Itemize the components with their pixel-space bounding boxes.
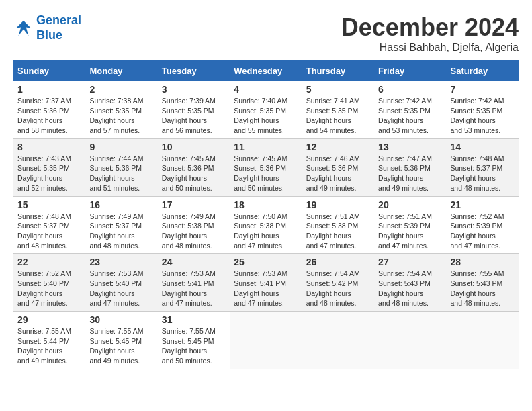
calendar-week-row: 8 Sunrise: 7:43 AM Sunset: 5:35 PM Dayli… — [13, 138, 519, 196]
day-info: Sunrise: 7:54 AM Sunset: 5:42 PM Dayligh… — [306, 269, 370, 308]
calendar-cell: 7 Sunrise: 7:42 AM Sunset: 5:35 PM Dayli… — [447, 81, 519, 138]
day-info: Sunrise: 7:49 AM Sunset: 5:38 PM Dayligh… — [162, 212, 226, 251]
calendar-cell: 14 Sunrise: 7:48 AM Sunset: 5:37 PM Dayl… — [447, 138, 519, 196]
day-number: 27 — [378, 257, 442, 267]
calendar-cell: 4 Sunrise: 7:40 AM Sunset: 5:35 PM Dayli… — [230, 81, 302, 138]
day-number: 31 — [162, 314, 226, 325]
calendar-cell: 21 Sunrise: 7:52 AM Sunset: 5:39 PM Dayl… — [447, 196, 519, 254]
calendar-week-row: 22 Sunrise: 7:52 AM Sunset: 5:40 PM Dayl… — [13, 254, 519, 312]
calendar-cell: 26 Sunrise: 7:54 AM Sunset: 5:42 PM Dayl… — [302, 254, 374, 312]
day-number: 3 — [162, 84, 226, 95]
day-info: Sunrise: 7:55 AM Sunset: 5:44 PM Dayligh… — [17, 326, 81, 366]
day-info: Sunrise: 7:55 AM Sunset: 5:45 PM Dayligh… — [162, 326, 226, 366]
day-number: 26 — [306, 257, 370, 267]
calendar-week-row: 1 Sunrise: 7:37 AM Sunset: 5:36 PM Dayli… — [13, 81, 519, 138]
page-header: General Blue December 2024 Hassi Bahbah,… — [13, 13, 519, 54]
day-info: Sunrise: 7:42 AM Sunset: 5:35 PM Dayligh… — [451, 96, 515, 136]
location-title: Hassi Bahbah, Djelfa, Algeria — [341, 42, 519, 54]
day-info: Sunrise: 7:48 AM Sunset: 5:37 PM Dayligh… — [17, 212, 81, 251]
day-info: Sunrise: 7:50 AM Sunset: 5:38 PM Dayligh… — [234, 212, 298, 251]
calendar-cell: 23 Sunrise: 7:53 AM Sunset: 5:40 PM Dayl… — [85, 254, 157, 312]
day-info: Sunrise: 7:54 AM Sunset: 5:43 PM Dayligh… — [378, 269, 442, 308]
calendar-cell: 22 Sunrise: 7:52 AM Sunset: 5:40 PM Dayl… — [13, 254, 85, 312]
calendar-cell: 12 Sunrise: 7:46 AM Sunset: 5:36 PM Dayl… — [302, 138, 374, 196]
day-number: 13 — [378, 142, 442, 152]
day-info: Sunrise: 7:39 AM Sunset: 5:35 PM Dayligh… — [162, 96, 226, 136]
day-info: Sunrise: 7:52 AM Sunset: 5:39 PM Dayligh… — [451, 212, 515, 251]
day-info: Sunrise: 7:44 AM Sunset: 5:36 PM Dayligh… — [89, 154, 153, 193]
calendar-cell: 1 Sunrise: 7:37 AM Sunset: 5:36 PM Dayli… — [13, 81, 85, 138]
day-info: Sunrise: 7:55 AM Sunset: 5:45 PM Dayligh… — [89, 326, 153, 366]
day-number: 11 — [234, 142, 298, 152]
logo-text: General Blue — [36, 13, 81, 42]
day-number: 4 — [234, 84, 298, 95]
calendar-cell: 30 Sunrise: 7:55 AM Sunset: 5:45 PM Dayl… — [85, 312, 157, 369]
day-info: Sunrise: 7:53 AM Sunset: 5:41 PM Dayligh… — [162, 269, 226, 308]
day-number: 1 — [17, 84, 81, 95]
day-number: 28 — [451, 257, 515, 267]
day-number: 8 — [17, 142, 81, 152]
day-number: 29 — [17, 314, 81, 325]
day-info: Sunrise: 7:52 AM Sunset: 5:40 PM Dayligh… — [17, 269, 81, 308]
day-info: Sunrise: 7:48 AM Sunset: 5:37 PM Dayligh… — [451, 154, 515, 193]
day-info: Sunrise: 7:43 AM Sunset: 5:35 PM Dayligh… — [17, 154, 81, 193]
logo-icon — [13, 18, 34, 38]
day-number: 30 — [89, 314, 153, 325]
day-number: 22 — [17, 257, 81, 267]
day-info: Sunrise: 7:37 AM Sunset: 5:36 PM Dayligh… — [17, 96, 81, 136]
svg-marker-0 — [16, 20, 32, 36]
day-number: 19 — [306, 199, 370, 210]
day-number: 23 — [89, 257, 153, 267]
calendar-week-row: 29 Sunrise: 7:55 AM Sunset: 5:44 PM Dayl… — [13, 312, 519, 369]
day-number: 14 — [451, 142, 515, 152]
calendar-cell — [230, 312, 302, 369]
calendar-cell: 25 Sunrise: 7:53 AM Sunset: 5:41 PM Dayl… — [230, 254, 302, 312]
calendar-cell: 24 Sunrise: 7:53 AM Sunset: 5:41 PM Dayl… — [158, 254, 230, 312]
weekday-header-friday: Friday — [374, 60, 446, 81]
calendar-cell — [302, 312, 374, 369]
weekday-header-row: SundayMondayTuesdayWednesdayThursdayFrid… — [13, 60, 519, 81]
weekday-header-saturday: Saturday — [447, 60, 519, 81]
calendar-cell — [374, 312, 446, 369]
calendar-cell: 17 Sunrise: 7:49 AM Sunset: 5:38 PM Dayl… — [158, 196, 230, 254]
day-number: 21 — [451, 199, 515, 210]
day-number: 5 — [306, 84, 370, 95]
title-section: December 2024 Hassi Bahbah, Djelfa, Alge… — [341, 13, 519, 54]
calendar-cell: 31 Sunrise: 7:55 AM Sunset: 5:45 PM Dayl… — [158, 312, 230, 369]
calendar-cell: 11 Sunrise: 7:45 AM Sunset: 5:36 PM Dayl… — [230, 138, 302, 196]
day-number: 16 — [89, 199, 153, 210]
calendar-cell: 3 Sunrise: 7:39 AM Sunset: 5:35 PM Dayli… — [158, 81, 230, 138]
calendar-week-row: 15 Sunrise: 7:48 AM Sunset: 5:37 PM Dayl… — [13, 196, 519, 254]
weekday-header-wednesday: Wednesday — [230, 60, 302, 81]
weekday-header-monday: Monday — [85, 60, 157, 81]
calendar-table: SundayMondayTuesdayWednesdayThursdayFrid… — [13, 60, 519, 369]
calendar-cell: 19 Sunrise: 7:51 AM Sunset: 5:38 PM Dayl… — [302, 196, 374, 254]
day-info: Sunrise: 7:53 AM Sunset: 5:41 PM Dayligh… — [234, 269, 298, 308]
day-number: 10 — [162, 142, 226, 152]
calendar-cell: 9 Sunrise: 7:44 AM Sunset: 5:36 PM Dayli… — [85, 138, 157, 196]
day-number: 7 — [451, 84, 515, 95]
logo: General Blue — [13, 13, 81, 42]
calendar-cell: 29 Sunrise: 7:55 AM Sunset: 5:44 PM Dayl… — [13, 312, 85, 369]
weekday-header-thursday: Thursday — [302, 60, 374, 81]
calendar-cell: 5 Sunrise: 7:41 AM Sunset: 5:35 PM Dayli… — [302, 81, 374, 138]
day-number: 6 — [378, 84, 442, 95]
calendar-cell: 6 Sunrise: 7:42 AM Sunset: 5:35 PM Dayli… — [374, 81, 446, 138]
day-info: Sunrise: 7:41 AM Sunset: 5:35 PM Dayligh… — [306, 96, 370, 136]
day-info: Sunrise: 7:45 AM Sunset: 5:36 PM Dayligh… — [162, 154, 226, 193]
day-info: Sunrise: 7:51 AM Sunset: 5:38 PM Dayligh… — [306, 212, 370, 251]
day-info: Sunrise: 7:53 AM Sunset: 5:40 PM Dayligh… — [89, 269, 153, 308]
day-info: Sunrise: 7:46 AM Sunset: 5:36 PM Dayligh… — [306, 154, 370, 193]
day-info: Sunrise: 7:51 AM Sunset: 5:39 PM Dayligh… — [378, 212, 442, 251]
day-number: 9 — [89, 142, 153, 152]
weekday-header-tuesday: Tuesday — [158, 60, 230, 81]
weekday-header-sunday: Sunday — [13, 60, 85, 81]
month-title: December 2024 — [341, 13, 519, 42]
day-info: Sunrise: 7:42 AM Sunset: 5:35 PM Dayligh… — [378, 96, 442, 136]
calendar-cell: 8 Sunrise: 7:43 AM Sunset: 5:35 PM Dayli… — [13, 138, 85, 196]
calendar-cell: 16 Sunrise: 7:49 AM Sunset: 5:37 PM Dayl… — [85, 196, 157, 254]
calendar-cell: 18 Sunrise: 7:50 AM Sunset: 5:38 PM Dayl… — [230, 196, 302, 254]
day-number: 24 — [162, 257, 226, 267]
calendar-cell: 2 Sunrise: 7:38 AM Sunset: 5:35 PM Dayli… — [85, 81, 157, 138]
day-info: Sunrise: 7:55 AM Sunset: 5:43 PM Dayligh… — [451, 269, 515, 308]
